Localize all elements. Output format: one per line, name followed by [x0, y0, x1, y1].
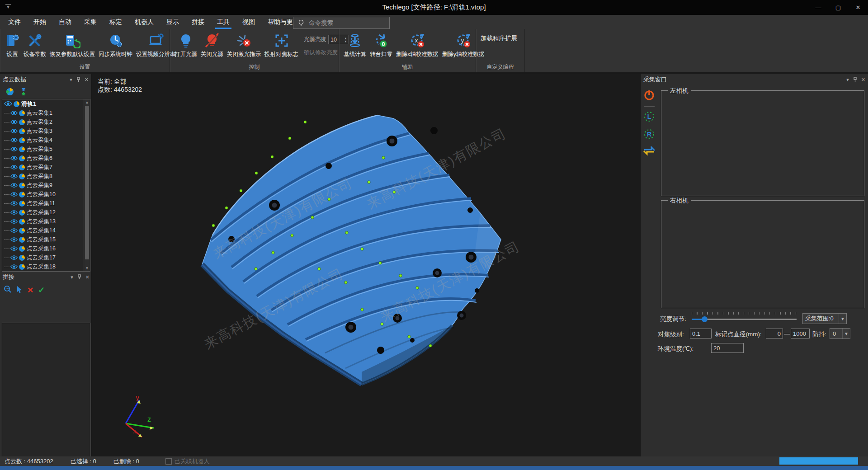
eye-icon[interactable] [10, 109, 18, 117]
tree-item[interactable]: 点云采集11 [2, 199, 84, 208]
delete-x-cal-button[interactable]: x 删除x轴校准数据 [394, 31, 440, 59]
eye-icon[interactable] [10, 145, 18, 153]
tree-scrollbar[interactable]: ▲ ▼ [84, 99, 90, 271]
panel-close-icon[interactable]: ✕ [85, 274, 90, 280]
menu-item[interactable]: 自动 [52, 15, 78, 29]
maximize-button[interactable]: ▢ [828, 0, 848, 15]
menu-item[interactable]: 机器人 [128, 15, 160, 29]
menu-item[interactable]: 显示 [160, 15, 185, 29]
eye-icon[interactable] [10, 263, 18, 271]
left-camera-icon[interactable]: L [643, 111, 655, 124]
search-input[interactable] [308, 19, 377, 27]
settings-button[interactable]: 设置 [3, 31, 22, 59]
eye-icon[interactable] [10, 136, 18, 144]
tree-item[interactable]: 点云采集14 [2, 226, 84, 235]
add-pointcloud-button[interactable] [4, 87, 14, 98]
tree-item[interactable]: 点云采集6 [2, 154, 84, 163]
right-camera-icon[interactable]: R [643, 128, 655, 142]
zoom-icon[interactable] [4, 285, 12, 295]
expand-collapse-button[interactable] [19, 87, 28, 98]
focus-mark-button[interactable]: 投射对焦标志 [263, 31, 300, 59]
tree-item[interactable]: 点云采集3 [2, 127, 84, 136]
tree-item[interactable]: 点云采集2 [2, 118, 84, 127]
eye-icon[interactable] [10, 254, 18, 262]
restore-defaults-button[interactable]: 恢复参数默认设置 [48, 31, 97, 59]
tree-item[interactable]: 点云采集8 [2, 172, 84, 181]
laser-off-button[interactable]: 关闭激光指示 [225, 31, 263, 59]
eye-icon[interactable] [10, 226, 18, 235]
brightness-slider-handle[interactable] [702, 316, 708, 322]
menu-item[interactable]: 标定 [103, 15, 128, 29]
tree-item[interactable]: 点云采集15 [2, 235, 84, 244]
eye-icon[interactable] [10, 118, 18, 126]
menu-item[interactable]: 采集 [78, 15, 103, 29]
ambient-temp-field[interactable]: 20 [711, 343, 744, 353]
baseline-calc-button[interactable]: 基线计算 [342, 31, 368, 59]
power-icon[interactable] [644, 89, 655, 102]
panel-close-icon[interactable]: ✕ [861, 77, 865, 83]
light-on-button[interactable]: 打开光源 [173, 31, 199, 59]
chevron-down-icon[interactable]: ▼ [839, 314, 846, 324]
device-constants-button[interactable]: 设备常数 [22, 31, 48, 59]
tree-item[interactable]: 点云采集4 [2, 136, 84, 145]
menu-item[interactable]: 开始 [27, 15, 52, 29]
sync-clock-button[interactable]: 同步系统时钟 [97, 31, 134, 59]
tree-item[interactable]: 点云采集9 [2, 181, 84, 190]
minimize-button[interactable]: — [808, 0, 828, 15]
select-cursor-icon[interactable] [16, 286, 23, 295]
panel-dropdown-icon[interactable]: ▾ [70, 77, 72, 83]
scanned-object[interactable] [92, 74, 640, 456]
eye-icon[interactable] [10, 199, 18, 207]
eye-icon[interactable] [10, 154, 18, 162]
pin-icon[interactable] [76, 77, 80, 82]
eye-icon[interactable] [10, 235, 18, 244]
panel-close-icon[interactable]: ✕ [85, 77, 89, 83]
viewport-3d[interactable]: 当前: 全部 点数: 44653202 来高科技(天津)有限公司 来高科技(天津… [92, 74, 640, 456]
tree-item[interactable]: 点云采集12 [2, 208, 84, 217]
menu-item[interactable]: 拼接 [185, 15, 211, 29]
focus-level-field[interactable]: 0.1 [690, 329, 712, 338]
eye-icon[interactable] [10, 181, 18, 189]
tree-item[interactable]: 点云采集16 [2, 244, 84, 253]
tree-item[interactable]: 点云采集17 [2, 253, 84, 262]
eye-icon[interactable] [10, 244, 18, 253]
turntable-zero-button[interactable]: 0 转台归零 [368, 31, 394, 59]
scroll-up-icon[interactable]: ▲ [84, 99, 90, 105]
close-button[interactable]: ✕ [848, 0, 868, 15]
tree-item[interactable]: 点云采集1 [2, 108, 84, 118]
light-off-button[interactable]: 关闭光源 [199, 31, 225, 59]
tree-item[interactable]: 点云采集13 [2, 217, 84, 226]
chevron-down-icon[interactable]: ▼ [842, 329, 850, 338]
tree-item[interactable]: 点云采集18 [2, 262, 84, 271]
checkbox-icon[interactable] [165, 458, 172, 465]
eye-icon[interactable] [4, 100, 12, 108]
antishake-dropdown[interactable]: 0 ▼ [830, 328, 850, 339]
eye-icon[interactable] [10, 217, 18, 226]
pin-icon[interactable] [77, 274, 81, 280]
scroll-down-icon[interactable]: ▼ [84, 265, 90, 271]
command-search[interactable] [293, 17, 390, 29]
menu-item[interactable]: 文件 [2, 15, 27, 29]
menu-item[interactable]: 视图 [236, 15, 261, 29]
eye-icon[interactable] [10, 127, 18, 135]
tree-root-item[interactable]: 滑轨1 [2, 99, 84, 108]
eye-icon[interactable] [10, 208, 18, 216]
panel-dropdown-icon[interactable]: ▾ [71, 274, 73, 280]
menu-item[interactable]: 工具 [211, 15, 236, 29]
capture-range-dropdown[interactable]: 采集范围:0 ▼ [802, 313, 847, 324]
marker-min-field[interactable]: 0 [766, 329, 783, 338]
marker-max-field[interactable]: 1000 [791, 329, 810, 338]
eye-icon[interactable] [10, 172, 18, 180]
delete-selection-icon[interactable]: ✕ [27, 287, 33, 294]
swap-cameras-icon[interactable] [643, 146, 655, 158]
tree-item[interactable]: 点云采集7 [2, 163, 84, 172]
robot-link-checkbox[interactable]: 已关联机器人 [165, 457, 210, 465]
confirm-selection-icon[interactable]: ✓ [38, 286, 45, 294]
pin-icon[interactable] [853, 77, 857, 82]
load-extension-button[interactable]: 加载程序扩展 [476, 29, 524, 42]
eye-icon[interactable] [10, 190, 18, 198]
tree-item[interactable]: 点云采集10 [2, 190, 84, 199]
stitch-list[interactable] [2, 323, 90, 470]
panel-dropdown-icon[interactable]: ▾ [846, 77, 849, 83]
eye-icon[interactable] [10, 163, 18, 171]
